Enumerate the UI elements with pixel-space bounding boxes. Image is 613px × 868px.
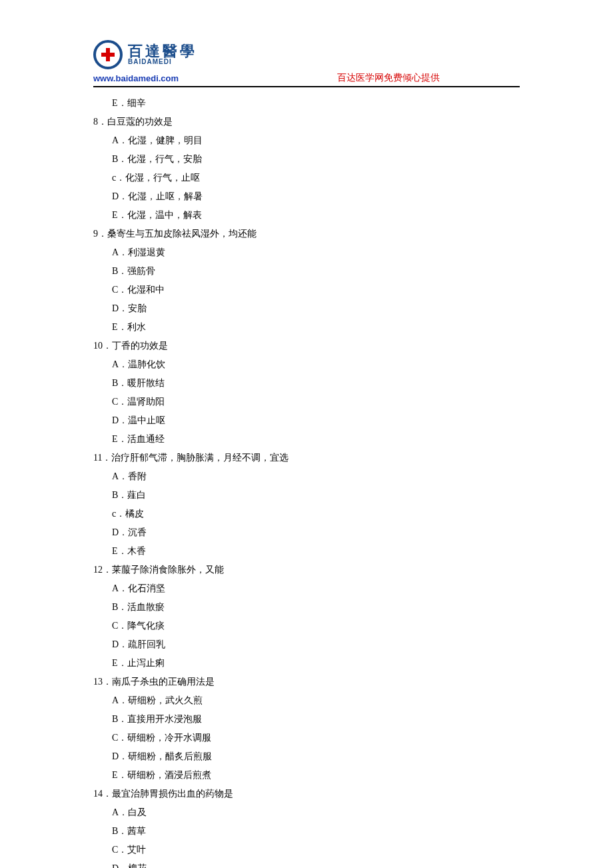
svg-rect-1: [101, 53, 115, 57]
option-text: A．利湿退黄: [93, 243, 520, 262]
brand-text-block: 百達醫學 BAIDAMEDI: [128, 44, 197, 65]
option-text: D．化湿，止呕，解暑: [93, 187, 520, 206]
option-text: C．化湿和中: [93, 281, 520, 299]
brand-name-zh: 百達醫學: [128, 44, 197, 59]
option-text: A．研细粉，武火久煎: [93, 691, 520, 710]
page-document: 百達醫學 BAIDAMEDI www.baidamedi.com 百达医学网免费…: [0, 0, 613, 868]
question-text: 13．南瓜子杀虫的正确用法是: [93, 673, 520, 691]
option-text: B．暖肝散结: [93, 374, 520, 393]
option-text: c．橘皮: [93, 505, 520, 523]
option-text: B．薤白: [93, 486, 520, 505]
option-text: D．沉香: [93, 523, 520, 542]
option-text: C．温肾助阳: [93, 393, 520, 411]
site-tagline: 百达医学网免费倾心提供: [337, 72, 440, 84]
option-text: B．活血散瘀: [93, 598, 520, 617]
option-text: B．强筋骨: [93, 262, 520, 281]
option-text: C．降气化痰: [93, 617, 520, 635]
option-text: A．化石消坚: [93, 579, 520, 598]
option-text: D．疏肝回乳: [93, 635, 520, 654]
question-text: 14．最宜治肺胃损伤出血的药物是: [93, 785, 520, 803]
question-text: 12．莱菔子除消食除胀外，又能: [93, 561, 520, 579]
option-text: E．研细粉，酒浸后煎煮: [93, 766, 520, 785]
document-body: E．细辛 8．白豆蔻的功效是 A．化湿，健脾，明目 B．化湿，行气，安胎 c．化…: [93, 94, 520, 868]
question-text: 11．治疗肝郁气滞，胸胁胀满，月经不调，宜选: [93, 449, 520, 467]
site-url: www.baidamedi.com: [93, 73, 179, 83]
option-text: A．白及: [93, 803, 520, 822]
cross-icon: [100, 47, 116, 63]
option-text: D．安胎: [93, 299, 520, 318]
option-text: B．化湿，行气，安胎: [93, 150, 520, 169]
option-text: E．止泻止痢: [93, 654, 520, 673]
option-text: A．化湿，健脾，明目: [93, 131, 520, 150]
option-text: E．活血通经: [93, 430, 520, 449]
option-text: D．温中止呕: [93, 411, 520, 430]
option-text: D．研细粉，醋炙后煎服: [93, 747, 520, 766]
question-text: 8．白豆蔻的功效是: [93, 113, 520, 131]
option-text: E．细辛: [93, 94, 520, 113]
question-text: 10．丁香的功效是: [93, 337, 520, 355]
header-logo-block: 百達醫學 BAIDAMEDI: [93, 40, 520, 69]
brand-name-en: BAIDAMEDI: [128, 59, 197, 65]
option-text: E．化湿，温中，解表: [93, 206, 520, 225]
option-text: C．艾叶: [93, 841, 520, 859]
option-text: A．香附: [93, 467, 520, 486]
option-text: B．直接用开水浸泡服: [93, 710, 520, 729]
brand-logo-icon: [93, 40, 123, 69]
option-text: C．研细粉，冷开水调服: [93, 729, 520, 747]
option-text: E．利水: [93, 318, 520, 337]
option-text: E．木香: [93, 542, 520, 561]
option-text: D．槐花: [93, 859, 520, 868]
header-bar: www.baidamedi.com 百达医学网免费倾心提供: [93, 72, 520, 87]
option-text: c．化湿，行气，止呕: [93, 169, 520, 187]
option-text: B．茜草: [93, 822, 520, 841]
question-text: 9．桑寄生与五加皮除祛风湿外，均还能: [93, 225, 520, 243]
option-text: A．温肺化饮: [93, 355, 520, 374]
